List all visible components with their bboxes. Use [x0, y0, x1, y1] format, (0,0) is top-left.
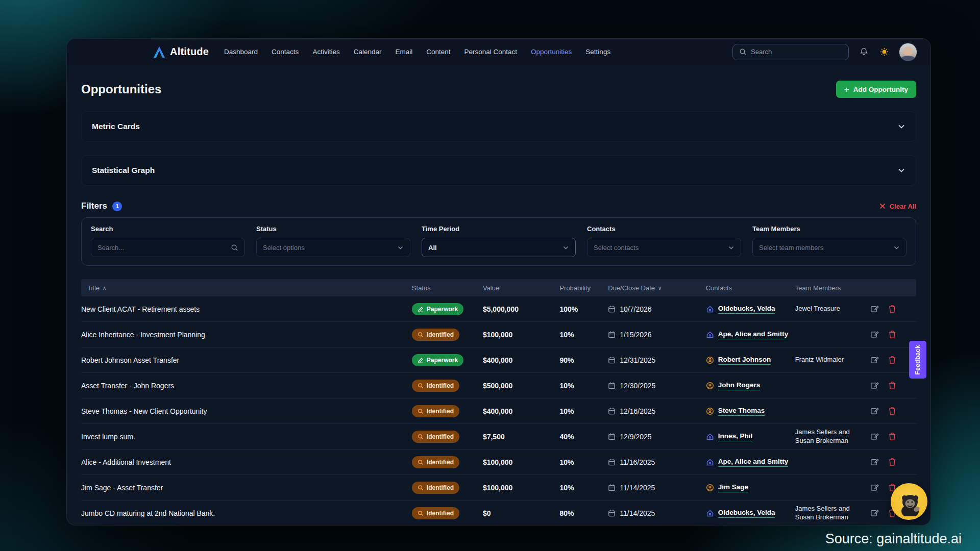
sort-asc-icon: ∧ — [103, 285, 106, 291]
notifications-button[interactable] — [858, 46, 869, 58]
statistical-graph-section-toggle[interactable]: Statistical Graph — [81, 155, 916, 186]
contact-link[interactable]: Ape, Alice and Smitty — [718, 330, 789, 339]
edit-button[interactable] — [870, 407, 879, 415]
contact-link[interactable]: Innes, Phil — [718, 432, 753, 441]
chevron-down-icon[interactable] — [897, 166, 905, 174]
metric-cards-section-toggle[interactable]: Metric Cards — [81, 111, 916, 142]
filter-search-input[interactable] — [91, 238, 245, 257]
column-header-probability: Probability — [559, 284, 608, 292]
edit-button[interactable] — [870, 509, 879, 517]
opportunity-title: Steve Thomas - New Client Opportunity — [81, 407, 412, 415]
search-status-icon — [418, 459, 424, 465]
edit-button[interactable] — [870, 356, 879, 364]
app-window: Altitude Dashboard Contacts Activities C… — [66, 38, 931, 525]
filter-time-period-select[interactable]: All — [422, 238, 576, 257]
calendar-icon — [608, 407, 616, 415]
column-header-title[interactable]: Title∧ — [81, 284, 412, 292]
opportunity-probability: 10% — [559, 484, 608, 492]
opportunity-title: New Client ACAT - Retirement assets — [81, 305, 412, 313]
nav-item-settings[interactable]: Settings — [585, 48, 610, 56]
opportunities-table: Title∧ Status Value Probability Due/Clos… — [81, 279, 916, 525]
metric-cards-title: Metric Cards — [92, 122, 140, 131]
delete-button[interactable] — [888, 330, 896, 339]
feedback-tab[interactable]: Feedback — [909, 341, 926, 379]
nav-item-dashboard[interactable]: Dashboard — [224, 48, 258, 56]
delete-button[interactable] — [888, 381, 896, 390]
contact-link[interactable]: Jim Sage — [718, 483, 748, 492]
table-row[interactable]: Alice - Additional Investment Identified… — [81, 449, 916, 475]
edit-button[interactable] — [870, 432, 879, 441]
top-navbar: Altitude Dashboard Contacts Activities C… — [67, 39, 930, 65]
search-status-icon — [418, 434, 424, 440]
status-badge: Paperwork — [412, 354, 463, 366]
contact-link[interactable]: Robert Johnson — [718, 356, 771, 365]
table-header-row: Title∧ Status Value Probability Due/Clos… — [81, 279, 916, 296]
clear-all-filters-button[interactable]: Clear All — [879, 203, 916, 210]
opportunity-value: $400,000 — [483, 407, 560, 415]
nav-item-email[interactable]: Email — [395, 48, 412, 56]
contact-link[interactable]: John Rogers — [718, 381, 761, 390]
chevron-down-icon — [728, 244, 734, 251]
due-close-date: 11/16/2025 — [608, 458, 705, 466]
search-input[interactable] — [751, 48, 842, 56]
table-row[interactable]: Invest lump sum. Identified $7,500 40% — [81, 424, 916, 449]
column-header-contacts: Contacts — [706, 284, 795, 292]
table-row[interactable]: Asset Transfer - John Rogers Identified … — [81, 373, 916, 398]
nav-item-activities[interactable]: Activities — [312, 48, 339, 56]
delete-button[interactable] — [888, 356, 896, 364]
chevron-down-icon[interactable] — [897, 122, 905, 131]
calendar-icon — [608, 382, 616, 389]
table-row[interactable]: New Client ACAT - Retirement assets Pape… — [81, 296, 916, 322]
global-search[interactable] — [732, 44, 849, 60]
contact-link[interactable]: Oldebucks, Velda — [718, 305, 775, 314]
brand-logo[interactable]: Altitude — [153, 45, 209, 59]
edit-button[interactable] — [870, 381, 879, 390]
nav-item-opportunities[interactable]: Opportunities — [531, 48, 572, 56]
column-header-due-close-date[interactable]: Due/Close Date∨ — [608, 284, 705, 292]
person-icon — [706, 484, 714, 492]
opportunity-value: $500,000 — [483, 382, 560, 390]
due-close-date: 1/15/2026 — [608, 331, 705, 339]
calendar-icon — [608, 458, 616, 466]
filter-search-field[interactable] — [97, 244, 231, 252]
contact-link[interactable]: Ape, Alice and Smitty — [718, 458, 789, 467]
plus-icon: + — [844, 85, 849, 94]
nav-links: Dashboard Contacts Activities Calendar E… — [224, 48, 610, 56]
opportunity-probability: 80% — [559, 509, 608, 517]
edit-button[interactable] — [870, 305, 879, 313]
delete-button[interactable] — [888, 432, 896, 441]
nav-item-personal-contact[interactable]: Personal Contact — [464, 48, 518, 56]
nav-item-calendar[interactable]: Calendar — [354, 48, 382, 56]
delete-button[interactable] — [888, 458, 896, 466]
opportunity-value: $400,000 — [483, 356, 560, 364]
column-header-team-members: Team Members — [795, 284, 870, 292]
signature-status-icon — [418, 306, 424, 312]
delete-button[interactable] — [888, 407, 896, 415]
table-row[interactable]: Jim Sage - Asset Transfer Identified $10… — [81, 475, 916, 500]
gorilla-chat-widget[interactable] — [891, 483, 927, 520]
edit-button[interactable] — [870, 330, 879, 339]
status-badge: Identified — [412, 329, 459, 341]
search-status-icon — [418, 332, 424, 338]
theme-toggle-button[interactable] — [878, 46, 890, 58]
delete-button[interactable] — [888, 305, 896, 313]
edit-button[interactable] — [870, 458, 879, 466]
table-row[interactable]: Jumbo CD maturing at 2nd National Bank. … — [81, 500, 916, 525]
table-row[interactable]: Steve Thomas - New Client Opportunity Id… — [81, 398, 916, 424]
nav-item-contacts[interactable]: Contacts — [272, 48, 299, 56]
edit-button[interactable] — [870, 483, 879, 492]
table-row[interactable]: Robert Johnson Asset Transfer Paperwork … — [81, 347, 916, 373]
filter-team-members-select[interactable]: Select team members — [752, 238, 906, 257]
user-avatar[interactable] — [899, 43, 917, 61]
filter-contacts-label: Contacts — [587, 225, 741, 233]
nav-item-content[interactable]: Content — [426, 48, 450, 56]
bell-icon — [860, 47, 868, 56]
filter-contacts-select[interactable]: Select contacts — [587, 238, 741, 257]
add-opportunity-button[interactable]: + Add Opportunity — [836, 81, 916, 98]
team-members: Frantz Widmaier — [795, 356, 870, 364]
contact-link[interactable]: Steve Thomas — [718, 407, 765, 416]
column-header-status: Status — [412, 284, 483, 292]
filter-status-select[interactable]: Select options — [256, 238, 410, 257]
table-row[interactable]: Alice Inheritance - Investment Planning … — [81, 322, 916, 347]
contact-link[interactable]: Oldebucks, Velda — [718, 509, 775, 518]
